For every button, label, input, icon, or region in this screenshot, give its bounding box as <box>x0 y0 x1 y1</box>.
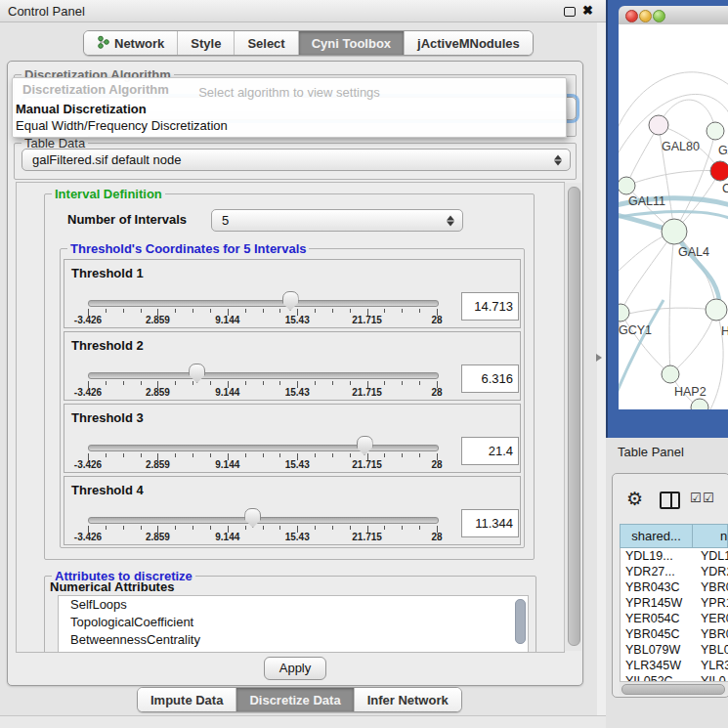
column-header-name[interactable]: n <box>693 524 728 548</box>
slider-track[interactable] <box>88 517 439 524</box>
table-row[interactable]: YDR27...YDR2 <box>621 564 728 579</box>
slider-thumb[interactable] <box>244 508 261 528</box>
dropdown-placeholder-item[interactable]: Select algorithm to view settings <box>13 85 566 100</box>
slider-scale-label: 21.715 <box>352 387 382 398</box>
float-window-icon[interactable] <box>564 7 576 17</box>
cell-shared-name: YBR045C <box>621 626 697 642</box>
slider-tick <box>263 526 264 530</box>
network-node-red-node[interactable] <box>710 161 728 181</box>
slider-thumb[interactable] <box>357 436 373 455</box>
slider-tick <box>402 526 403 530</box>
dropdown-item-equal-width[interactable]: Equal Width/Frequency Discretization <box>16 118 228 133</box>
slider-scale-label: 15.43 <box>285 315 310 325</box>
slider-tick <box>123 453 124 457</box>
network-node-node-top-right[interactable] <box>707 122 724 140</box>
gear-icon[interactable]: ⚙ <box>626 488 643 510</box>
tab-impute-data[interactable]: Impute Data <box>138 688 236 711</box>
slider-track[interactable] <box>88 300 439 307</box>
network-node-node-right-mid[interactable] <box>706 299 727 321</box>
close-traffic-light-icon[interactable] <box>625 10 638 22</box>
cell-name: YDL1 <box>697 548 728 564</box>
slider-tick <box>402 309 403 313</box>
tab-select[interactable]: Select <box>234 31 297 55</box>
slider-thumb[interactable] <box>189 364 205 383</box>
attribute-list-item[interactable]: TopologicalCoefficient <box>59 614 528 631</box>
table-row[interactable]: YBR043CYBR0 <box>621 579 728 595</box>
main-scrollbar-thumb[interactable] <box>568 187 580 646</box>
network-view-canvas[interactable]: GAL80GACGAL11GAL4GCY1HHAP2 <box>619 24 728 409</box>
cell-name: YIL0 <box>697 673 728 681</box>
control-panel-title: Control Panel <box>8 4 85 19</box>
table-row[interactable]: YLR345WYLR3 <box>621 658 728 673</box>
control-panel-titlebar: Control Panel ✖ <box>0 0 606 22</box>
threshold-label: Threshold 1 <box>71 266 144 280</box>
network-window-titlebar[interactable] <box>619 6 728 25</box>
table-row[interactable]: YPR145WYPR1 <box>621 595 728 611</box>
tab-label: Discretize Data <box>249 693 340 707</box>
cell-name: YLR3 <box>697 658 728 673</box>
slider-scale-label: -3.426 <box>74 315 102 325</box>
slider-tick <box>419 309 420 313</box>
number-of-intervals-combobox[interactable]: 5 <box>211 209 463 232</box>
slider-tick <box>193 309 193 313</box>
tab-discretize-data[interactable]: Discretize Data <box>236 688 353 711</box>
attribute-list-item[interactable]: SelfLoops <box>59 596 528 614</box>
table-row[interactable]: YBR045CYBR0 <box>621 626 728 642</box>
slider-tick <box>315 453 316 457</box>
list-scrollbar-thumb[interactable] <box>515 599 526 644</box>
table-row[interactable]: YER054CYER0 <box>621 611 728 626</box>
table-hscrollbar-thumb[interactable] <box>621 684 725 695</box>
slider-tick <box>245 526 246 530</box>
split-columns-icon[interactable] <box>660 492 680 509</box>
slider-scale-label: 15.43 <box>285 532 310 542</box>
slider-tick <box>193 526 193 530</box>
attribute-list-item[interactable]: BetweennessCentrality <box>59 631 528 649</box>
slider-scale-label: 15.43 <box>285 387 310 398</box>
slider-track[interactable] <box>88 445 439 451</box>
slider-tick <box>175 526 176 530</box>
table-row[interactable]: YIL052CYIL0 <box>621 673 728 681</box>
tab-network[interactable]: Network <box>84 31 177 55</box>
minimize-traffic-light-icon[interactable] <box>639 10 652 22</box>
table-data-combobox[interactable]: galFiltered.sif default node <box>21 149 571 171</box>
slider-tick <box>315 309 316 313</box>
select-all-columns-icon[interactable]: ☑ <box>703 491 714 505</box>
network-node-GAL11[interactable] <box>619 177 635 194</box>
tab-infer-network[interactable]: Infer Network <box>354 688 461 711</box>
threshold-value-field[interactable]: 6.316 <box>461 364 519 393</box>
slider-tick <box>175 453 176 457</box>
threshold-row-1: Threshold 1-3.4262.8599.14415.4321.71528… <box>64 259 521 328</box>
table-data-value: galFiltered.sif default node <box>32 152 181 167</box>
table-row[interactable]: YBL079WYBL0 <box>621 642 728 658</box>
network-node-node-bottom[interactable] <box>691 399 708 409</box>
slider-tick <box>384 381 385 385</box>
network-node-GCY1[interactable] <box>619 304 629 321</box>
slider-tick <box>245 309 246 313</box>
network-node-HAP2[interactable] <box>662 365 679 383</box>
dropdown-item-manual-discretization[interactable]: Manual Discretization <box>16 102 147 116</box>
slider-tick <box>279 453 280 457</box>
column-header-shared-name[interactable]: shared... <box>620 524 693 548</box>
threshold-value-field[interactable]: 14.713 <box>461 292 519 321</box>
panel-splitter[interactable] <box>597 0 606 728</box>
main-scrollbar-track[interactable] <box>564 183 581 651</box>
network-node-GAL4[interactable] <box>662 219 687 244</box>
tab-style[interactable]: Style <box>177 31 234 55</box>
slider-scale-label: -3.426 <box>74 532 102 542</box>
close-icon[interactable]: ✖ <box>582 3 593 18</box>
threshold-value-field[interactable]: 11.344 <box>461 509 519 537</box>
table-row[interactable]: YDL19...YDL1 <box>621 548 728 564</box>
tab-jactivemnodules[interactable]: jActiveMNodules <box>404 31 533 55</box>
slider-track[interactable] <box>88 372 439 379</box>
network-node-GAL80[interactable] <box>649 115 668 135</box>
apply-button[interactable]: Apply <box>264 657 326 680</box>
tab-cyni-toolbox[interactable]: Cyni Toolbox <box>298 31 404 55</box>
zoom-traffic-light-icon[interactable] <box>653 10 665 22</box>
slider-thumb[interactable] <box>282 291 299 311</box>
numerical-attributes-list[interactable]: SelfLoopsTopologicalCoefficientBetweenne… <box>58 595 529 653</box>
select-columns-icon[interactable]: ☑ <box>690 491 702 505</box>
table-hscrollbar-track[interactable] <box>620 681 728 695</box>
slider-scale-label: 2.859 <box>146 532 170 542</box>
threshold-value-field[interactable]: 21.4 <box>461 437 519 465</box>
slider-tick <box>141 526 142 530</box>
